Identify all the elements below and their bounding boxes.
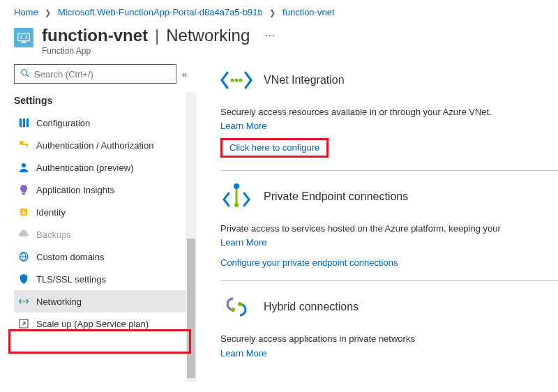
main-content: VNet Integration Securely access resourc… [195,64,558,382]
svg-point-13 [23,211,25,213]
svg-rect-4 [20,119,22,127]
svg-rect-9 [27,145,28,147]
scaleup-icon [18,318,29,329]
sidebar-item-label: Networking [36,296,82,307]
svg-rect-14 [22,213,26,214]
key-icon [18,140,29,151]
sidebar-item-label: Custom domains [36,252,105,262]
resource-type: Function App [42,46,275,56]
svg-rect-0 [18,33,30,41]
sidebar-item-label: Configuration [36,118,90,128]
scrollbar-thumb[interactable] [187,239,195,378]
svg-rect-8 [23,144,28,145]
sidebar: « Settings Configuration Authentication … [0,64,195,382]
breadcrumb-resource-group[interactable]: Microsoft.Web-FunctionApp-Portal-d8a4a7a… [58,7,263,17]
chevron-right-icon: ❯ [269,8,276,17]
section-title: VNet Integration [264,74,345,86]
person-icon [18,162,29,173]
section-description: Securely access resources available in o… [220,106,558,119]
learn-more-link[interactable]: Learn More [220,121,558,131]
svg-rect-11 [22,193,25,195]
svg-point-10 [22,163,26,167]
section-vnet: VNet Integration Securely access resourc… [220,64,558,171]
configure-vnet-link[interactable]: Click here to configure [229,142,319,153]
svg-point-23 [235,79,239,82]
sidebar-item-networking[interactable]: Networking [14,290,187,312]
hybrid-icon [220,291,252,323]
sidebar-item-label: TLS/SSL settings [36,274,106,285]
network-icon [18,296,29,307]
sidebar-item-auth-preview[interactable]: Authentication (preview) [14,156,187,179]
section-description: Private access to services hosted on the… [220,223,558,235]
search-input-container[interactable] [14,64,176,84]
sidebar-item-insights[interactable]: Application Insights [14,179,187,201]
vnet-icon [220,64,252,96]
sidebar-item-label: Backups [36,229,71,240]
sidebar-item-tls[interactable]: TLS/SSL settings [14,268,187,290]
bulb-icon [18,184,29,195]
svg-point-29 [238,302,242,306]
shield-icon [18,273,29,285]
sidebar-item-scaleup[interactable]: Scale up (App Service plan) [14,312,187,335]
svg-line-3 [27,74,29,77]
section-private-endpoint: Private Endpoint connections Private acc… [220,181,558,281]
breadcrumb: Home ❯ Microsoft.Web-FunctionApp-Portal-… [0,0,558,23]
sidebar-item-label: Authentication / Authorization [36,140,153,151]
page-header: function-vnet | Networking ⋯ Function Ap… [0,23,558,64]
sidebar-item-auth[interactable]: Authentication / Authorization [14,134,187,156]
scrollbar-track[interactable] [186,92,197,382]
svg-point-20 [24,301,26,302]
resource-title: function-vnet [42,26,148,45]
search-icon [20,68,30,80]
section-title: Hybrid connections [264,301,359,313]
svg-point-28 [231,308,235,312]
svg-rect-6 [27,119,29,127]
section-hybrid: Hybrid connections Securely access appli… [220,291,558,370]
page-title: Networking [166,26,250,45]
cloud-icon [18,229,29,240]
sidebar-item-label: Application Insights [36,185,114,195]
function-app-icon [14,28,33,47]
sidebar-item-domains[interactable]: Custom domains [14,246,187,268]
svg-point-25 [234,183,239,189]
sidebar-item-label: Authentication (preview) [36,163,133,173]
configuration-icon [18,117,29,128]
breadcrumb-home[interactable]: Home [14,7,38,17]
private-endpoint-icon [220,181,252,213]
sidebar-item-identity[interactable]: Identity [14,201,187,223]
learn-more-link[interactable]: Learn More [220,348,558,359]
title-separator: | [155,26,159,45]
svg-point-24 [239,79,243,82]
chevron-right-icon: ❯ [45,8,51,17]
svg-point-27 [234,203,239,207]
sidebar-item-configuration[interactable]: Configuration [14,112,187,134]
annotation-highlight: Click here to configure [220,138,329,158]
sidebar-item-label: Identity [36,207,66,218]
section-description: Securely access applications in private … [220,333,558,345]
svg-point-2 [22,69,27,75]
configure-private-endpoint-link[interactable]: Configure your private endpoint connecti… [220,257,558,268]
svg-rect-5 [23,119,25,127]
learn-more-link[interactable]: Learn More [220,237,558,248]
breadcrumb-resource[interactable]: function-vnet [282,7,334,17]
svg-rect-1 [21,42,26,43]
sidebar-item-label: Scale up (App Service plan) [36,319,149,329]
more-icon[interactable]: ⋯ [265,30,275,41]
globe-icon [18,251,29,262]
search-input[interactable] [34,69,170,80]
section-title: Private Endpoint connections [264,190,408,203]
svg-point-19 [23,301,24,302]
svg-point-18 [22,301,23,302]
collapse-icon[interactable]: « [182,69,187,80]
svg-point-22 [231,79,234,82]
identity-icon [18,206,29,218]
sidebar-section-header: Settings [14,95,187,106]
sidebar-item-backups[interactable]: Backups [14,223,187,246]
